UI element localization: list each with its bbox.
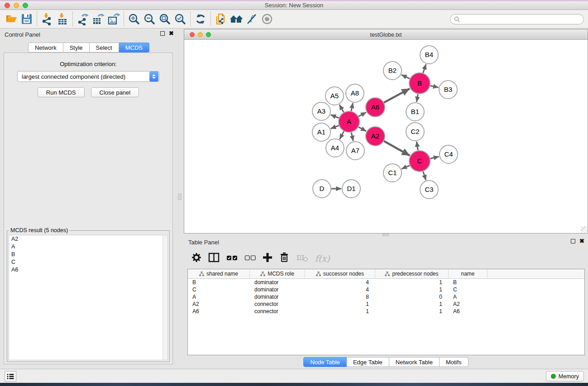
open-file-icon[interactable] xyxy=(4,12,19,26)
table-cell[interactable]: connector xyxy=(250,308,305,315)
import-network-icon[interactable] xyxy=(39,12,55,26)
edge-A2-C[interactable] xyxy=(384,141,410,156)
zoom-fit-icon[interactable] xyxy=(157,12,172,26)
table-cell[interactable] xyxy=(488,279,584,286)
task-history-button[interactable] xyxy=(5,371,16,381)
table-cell[interactable]: 1 xyxy=(305,308,375,315)
edge-C-C1[interactable] xyxy=(402,166,410,169)
table-cell[interactable]: 1 xyxy=(375,279,449,286)
hide-graphics-icon[interactable]: f xyxy=(244,12,259,26)
unselect-all-icon[interactable] xyxy=(244,252,256,265)
network-node-C2[interactable]: C2 xyxy=(406,123,424,141)
show-graphics-eye-icon[interactable] xyxy=(259,12,275,26)
mcds-result-item[interactable]: C xyxy=(9,258,167,266)
table-row[interactable]: Adominator80A xyxy=(188,293,584,300)
table-cell[interactable]: A6 xyxy=(188,308,250,315)
network-node-C4[interactable]: C4 xyxy=(440,145,458,163)
table-cell[interactable]: dominator xyxy=(250,286,305,293)
table-cell[interactable]: C xyxy=(188,286,250,293)
network-node-C1[interactable]: C1 xyxy=(383,164,402,182)
table-cell[interactable]: A2 xyxy=(188,300,250,308)
table-cell[interactable]: 4 xyxy=(305,286,375,293)
column-header-mcds-role[interactable]: MCDS role xyxy=(250,269,305,278)
network-canvas[interactable]: B4B2BB3A5A8A6A3B1AA1C2A2A4A7C4CC1C3DD1 xyxy=(184,40,588,233)
table-cell[interactable]: dominator xyxy=(250,293,305,300)
close-panel-icon[interactable]: ✖ xyxy=(169,31,174,36)
column-selector-icon[interactable] xyxy=(208,252,220,265)
table-cell[interactable]: dominator xyxy=(250,279,305,286)
zoom-in-icon[interactable] xyxy=(126,12,142,26)
tab-select[interactable]: Select xyxy=(90,43,119,52)
network-node-C3[interactable]: C3 xyxy=(420,181,438,199)
tab-node-table[interactable]: Node Table xyxy=(303,357,347,367)
float-table-panel-icon[interactable] xyxy=(571,239,575,243)
network-node-A1[interactable]: A1 xyxy=(312,123,330,141)
clone-network-icon[interactable] xyxy=(213,12,229,26)
network-node-D[interactable]: D xyxy=(313,180,331,198)
edge-C-C3[interactable] xyxy=(423,172,426,180)
resize-grip[interactable] xyxy=(581,226,587,233)
network-node-B4[interactable]: B4 xyxy=(420,46,438,64)
close-panel-button[interactable]: Close panel xyxy=(91,87,139,97)
network-node-A[interactable]: A xyxy=(339,111,359,132)
edge-A-A6[interactable] xyxy=(359,112,366,116)
network-node-B[interactable]: B xyxy=(409,73,430,94)
tab-style[interactable]: Style xyxy=(63,43,90,52)
float-panel-icon[interactable] xyxy=(160,31,165,36)
add-column-icon[interactable] xyxy=(263,252,272,265)
edge-A-A3[interactable] xyxy=(331,115,339,118)
table-row[interactable]: A2connector11A2 xyxy=(188,300,584,308)
mcds-result-item[interactable]: B xyxy=(9,251,167,258)
column-header-predecessor-nodes[interactable]: predecessor nodes xyxy=(375,269,449,278)
home-browser-icon[interactable] xyxy=(229,12,244,26)
table-cell[interactable]: 1 xyxy=(305,300,375,308)
table-row[interactable]: Bdominator41B xyxy=(188,279,584,286)
tab-network-table[interactable]: Network Table xyxy=(389,357,440,367)
network-node-B3[interactable]: B3 xyxy=(439,81,457,99)
table-cell[interactable] xyxy=(488,308,584,315)
edge-A-A5[interactable] xyxy=(339,105,344,112)
column-header-name[interactable]: name xyxy=(449,269,488,278)
table-settings-gear-icon[interactable] xyxy=(191,252,202,265)
network-node-A4[interactable]: A4 xyxy=(326,139,344,157)
edge-C-C2[interactable] xyxy=(416,142,418,151)
table-cell[interactable]: 1 xyxy=(375,300,449,308)
table-row[interactable]: Cdominator41C xyxy=(188,286,584,293)
table-cell[interactable] xyxy=(488,300,584,308)
export-table-icon[interactable] xyxy=(91,12,106,26)
import-table-icon[interactable] xyxy=(55,12,70,26)
table-cell[interactable]: 0 xyxy=(375,293,449,300)
tab-motifs[interactable]: Motifs xyxy=(440,357,468,367)
table-cell[interactable]: 1 xyxy=(375,286,449,293)
export-network-icon[interactable] xyxy=(75,12,91,26)
delete-column-icon[interactable] xyxy=(279,252,290,265)
column-header-successor-nodes[interactable]: successor nodes xyxy=(305,269,375,278)
close-table-panel-icon[interactable]: ✖ xyxy=(579,239,584,243)
edge-A-A7[interactable] xyxy=(351,132,353,141)
network-node-A3[interactable]: A3 xyxy=(312,102,330,120)
table-cell[interactable]: A2 xyxy=(449,300,488,308)
mcds-result-item[interactable]: A6 xyxy=(9,266,167,274)
table-cell[interactable]: connector xyxy=(250,300,305,308)
run-mcds-button[interactable]: Run MCDS xyxy=(38,87,85,97)
network-node-D1[interactable]: D1 xyxy=(342,180,360,198)
table-row[interactable]: A6connector11A6 xyxy=(188,308,584,315)
column-header-shared-name[interactable]: shared name xyxy=(188,269,250,278)
table-cell[interactable] xyxy=(488,286,584,293)
table-cell[interactable] xyxy=(488,293,584,300)
result-list-scrollbar[interactable] xyxy=(163,235,167,360)
export-image-icon[interactable] xyxy=(106,12,121,26)
table-cell[interactable]: 4 xyxy=(305,279,375,286)
network-node-C[interactable]: C xyxy=(409,151,430,172)
table-cell[interactable]: 8 xyxy=(305,293,375,300)
network-node-A5[interactable]: A5 xyxy=(325,87,344,105)
table-cell[interactable]: C xyxy=(449,286,488,293)
edge-B-B4[interactable] xyxy=(423,64,426,73)
select-all-icon[interactable] xyxy=(226,252,238,265)
edge-B-B2[interactable] xyxy=(402,75,410,79)
search-field[interactable] xyxy=(450,14,584,24)
network-node-A6[interactable]: A6 xyxy=(366,98,385,117)
network-node-B2[interactable]: B2 xyxy=(383,62,402,80)
edge-A6-B[interactable] xyxy=(384,89,410,103)
edge-A-A1[interactable] xyxy=(331,125,339,129)
